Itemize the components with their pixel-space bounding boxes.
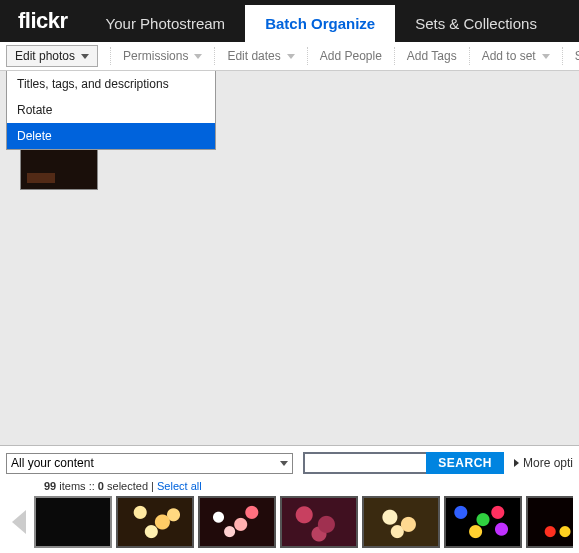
edit-dates-label: Edit dates xyxy=(227,49,280,63)
strip-prev-arrow[interactable] xyxy=(12,510,26,534)
more-options-link[interactable]: More opti xyxy=(514,456,573,470)
add-to-set-label: Add to set xyxy=(482,49,536,63)
dropdown-item-delete[interactable]: Delete xyxy=(7,123,215,149)
content-filter-select[interactable]: All your content xyxy=(6,453,293,474)
add-to-set-menu[interactable]: Add to set xyxy=(474,42,558,70)
edit-photos-dropdown: Titles, tags, and descriptions Rotate De… xyxy=(6,71,216,150)
strip-thumb[interactable] xyxy=(34,496,112,548)
edit-dates-menu[interactable]: Edit dates xyxy=(219,42,302,70)
select-all-link[interactable]: Select all xyxy=(157,480,202,492)
strip-thumb[interactable] xyxy=(116,496,194,548)
chevron-down-icon xyxy=(280,461,288,466)
logo[interactable]: flickr xyxy=(0,8,86,42)
footer: All your content SEARCH More opti 99 ite… xyxy=(0,446,579,553)
dropdown-item-titles-tags[interactable]: Titles, tags, and descriptions xyxy=(7,71,215,97)
strip-thumb[interactable] xyxy=(280,496,358,548)
send-to-group-button[interactable]: Send to gro xyxy=(567,42,579,70)
triangle-right-icon xyxy=(514,459,519,467)
thumbnail-strip xyxy=(6,496,573,553)
tab-batch-organize[interactable]: Batch Organize xyxy=(245,5,395,42)
content-filter-value: All your content xyxy=(11,456,94,470)
separator xyxy=(307,47,308,65)
strip-thumbs xyxy=(34,496,573,548)
chevron-down-icon xyxy=(194,54,202,59)
add-people-button[interactable]: Add People xyxy=(312,42,390,70)
strip-thumb[interactable] xyxy=(362,496,440,548)
permissions-label: Permissions xyxy=(123,49,188,63)
edit-photos-menu[interactable]: Edit photos xyxy=(6,45,98,67)
search-input[interactable] xyxy=(303,452,426,474)
strip-thumb[interactable] xyxy=(444,496,522,548)
selected-count: 0 xyxy=(98,480,104,492)
strip-thumb[interactable] xyxy=(526,496,573,548)
tab-sets-collections[interactable]: Sets & Collections xyxy=(395,5,557,42)
item-count: 99 xyxy=(44,480,56,492)
status-row: 99 items :: 0 selected | Select all xyxy=(6,474,573,496)
more-options-label: More opti xyxy=(523,456,573,470)
separator xyxy=(214,47,215,65)
header: flickr Your Photostream Batch Organize S… xyxy=(0,0,579,42)
permissions-menu[interactable]: Permissions xyxy=(115,42,210,70)
dropdown-item-rotate[interactable]: Rotate xyxy=(7,97,215,123)
separator xyxy=(110,47,111,65)
toolbar: Edit photos Permissions Edit dates Add P… xyxy=(0,42,579,71)
strip-thumb[interactable] xyxy=(198,496,276,548)
search-button[interactable]: SEARCH xyxy=(426,452,504,474)
chevron-down-icon xyxy=(81,54,89,59)
add-tags-button[interactable]: Add Tags xyxy=(399,42,465,70)
edit-photos-label: Edit photos xyxy=(15,49,75,63)
tab-photostream[interactable]: Your Photostream xyxy=(86,5,246,42)
chevron-down-icon xyxy=(542,54,550,59)
separator xyxy=(394,47,395,65)
separator xyxy=(562,47,563,65)
footer-controls: All your content SEARCH More opti xyxy=(6,452,573,474)
separator xyxy=(469,47,470,65)
chevron-down-icon xyxy=(287,54,295,59)
